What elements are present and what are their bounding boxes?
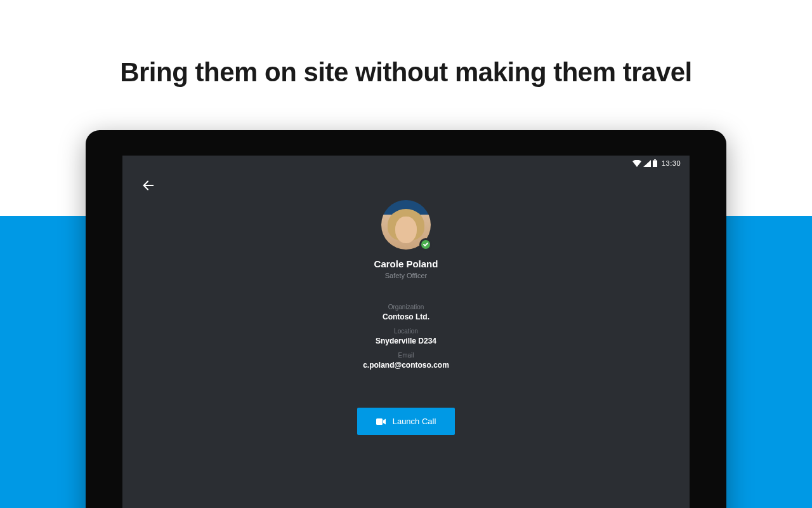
launch-call-button[interactable]: Launch Call <box>357 408 455 435</box>
tablet-screen: 13:30 Carole Poland Safety Office <box>122 156 690 508</box>
cellular-signal-icon <box>643 160 651 167</box>
svg-rect-0 <box>654 159 656 161</box>
contact-profile-card: Carole Poland Safety Officer Organizatio… <box>122 200 690 435</box>
back-button[interactable] <box>139 177 158 196</box>
video-camera-icon <box>376 418 386 425</box>
location-value: Snyderville D234 <box>363 337 449 345</box>
android-status-bar: 13:30 <box>632 159 681 167</box>
avatar-container <box>381 200 431 250</box>
wifi-icon <box>632 160 641 167</box>
status-time: 13:30 <box>662 159 681 167</box>
battery-icon <box>653 159 657 167</box>
contact-details: Organization Contoso Ltd. Location Snyde… <box>363 304 449 370</box>
presence-indicator-icon <box>419 238 432 251</box>
organization-label: Organization <box>363 304 449 311</box>
svg-rect-3 <box>376 418 383 425</box>
email-label: Email <box>363 352 449 359</box>
marketing-headline: Bring them on site without making them t… <box>0 57 812 88</box>
contact-name: Carole Poland <box>374 258 438 269</box>
location-label: Location <box>363 328 449 335</box>
svg-rect-1 <box>653 161 657 168</box>
email-value: c.poland@contoso.com <box>363 361 449 370</box>
tablet-device-frame: 13:30 Carole Poland Safety Office <box>86 130 726 508</box>
arrow-left-icon <box>141 178 155 195</box>
contact-role: Safety Officer <box>385 272 427 279</box>
organization-value: Contoso Ltd. <box>363 312 449 321</box>
launch-call-label: Launch Call <box>393 417 436 426</box>
